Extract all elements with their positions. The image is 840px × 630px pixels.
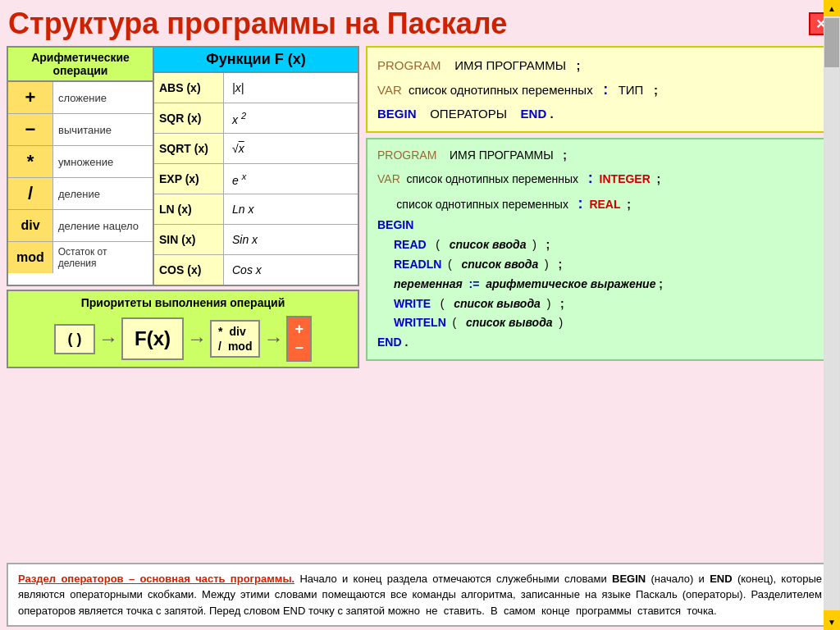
arith-header: Арифметические операции [8,48,153,82]
code-read-list: список ввода [450,238,527,251]
code-expr: арифметическое выражение [486,277,655,290]
code-line-program1: PROGRAM ИМЯ ПРОГРАММЫ ; [377,54,822,76]
semicolon8: ; [659,277,663,290]
scroll-thumb[interactable] [824,18,839,67]
kw-real: REAL [587,198,621,211]
semicolon3: ; [563,148,567,162]
bottom-text-highlight: Раздел операторов – основная часть прогр… [18,573,294,585]
code-var2: список однотипных переменных [404,172,585,185]
func-header: Функции F (x) [154,48,358,73]
code-readln-close: ) [541,258,555,271]
arith-label-sub: вычитание [53,122,116,138]
dot1: . [550,107,553,121]
scroll-up-button[interactable]: ▲ [824,0,840,16]
code-line-begin1: BEGIN ОПЕРАТОРЫ END . [377,103,822,125]
func-math-ln: Ln x [224,199,262,219]
code-writeln-list: список вывода [466,316,553,329]
code-write-args: ( [434,297,450,310]
arith-row-add: + сложение [8,82,153,114]
func-row-sqrt: SQRT (x) √x [154,134,358,164]
kw-var1: VAR [377,83,402,97]
semicolon2: ; [654,83,658,97]
func-name-cos: COS (x) [154,255,224,285]
code-progname1: ИМЯ ПРОГРАММЫ [445,58,573,72]
code-varname: переменная [394,277,463,290]
scroll-down-button[interactable]: ▼ [824,614,840,630]
code-var1: список однотипных переменных [405,83,600,97]
arith-row-divint: div деление нацело [8,210,153,242]
priority-slash: / [218,340,221,353]
arith-row-div: / деление [8,178,153,210]
left-panel: Арифметические операции + сложение − выч… [7,46,359,559]
kw-writeln: WRITELN [394,316,446,329]
kw-program1: PROGRAM [377,58,441,72]
priority-minus: − [294,340,304,357]
code-writeln-close: ) [556,316,564,329]
priority-section: Приоритеты выполнения операций ( ) → F(x… [7,290,359,368]
code-type1: ТИП [611,83,650,97]
bottom-text-section: Раздел операторов – основная часть прогр… [7,563,833,628]
arith-label-add: сложение [53,90,112,106]
kw-read: READ [394,238,427,251]
priority-plus: + [294,321,304,338]
priority-header: Приоритеты выполнения операций [13,296,353,309]
func-math-exp: e x [224,168,254,190]
main-container: Структура программы на Паскале ✕ Арифмет… [0,0,840,630]
code-line-write: WRITE ( список вывода ) ; [377,294,822,314]
colon3: : [578,195,583,212]
code-line-end2: END . [377,333,822,353]
code-line-var2: VAR список однотипных переменных : INTEG… [377,166,822,191]
priority-div: div [229,325,245,338]
code-indent: список однотипных переменных [377,198,575,211]
func-row-cos: COS (x) Cos x [154,255,358,285]
func-math-sqr: x 2 [224,107,254,130]
arith-symbol-add: + [8,82,53,113]
func-row-sin: SIN (x) Sin x [154,225,358,255]
priority-parens: ( ) [54,324,95,354]
code-line-begin2: BEGIN [377,216,822,235]
arith-functions-section: Арифметические операции + сложение − выч… [7,46,359,286]
arith-symbol-div: / [8,178,53,209]
code-line-writeln: WRITELN ( список вывода ) [377,313,822,333]
code-block-1: PROGRAM ИМЯ ПРОГРАММЫ ; VAR список однот… [366,46,833,133]
func-name-exp: EXP (x) [154,164,224,194]
content-area: Арифметические операции + сложение − выч… [0,46,840,563]
code-line-readln: READLN ( список ввода ) ; [377,255,822,275]
arith-row-mod: mod Остаток от деления [8,242,153,273]
kw-var2: VAR [377,172,400,185]
arith-symbol-divint: div [8,210,53,241]
func-math-sin: Sin x [224,230,266,249]
priority-mul-div: * div / mod [210,320,260,358]
kw-integer: INTEGER [596,172,651,185]
code-readln-args: ( [445,258,458,271]
arith-symbol-mod: mod [8,242,53,273]
semicolon1: ; [577,58,581,72]
code-line-program2: PROGRAM ИМЯ ПРОГРАММЫ ; [377,146,822,166]
code-line-var1: VAR список однотипных переменных : ТИП ; [377,76,822,103]
scrollbar: ▲ 4 ▼ [824,0,840,630]
func-list: ABS (x) |x| SQR (x) x 2 SQRT (x) √x [154,73,358,285]
arrow3: → [263,327,283,350]
arith-ops-list: + сложение − вычитание * умножение [8,82,153,273]
priority-slash-row: / mod [218,340,252,353]
assign-op: := [466,277,483,290]
priority-mul-row: * div [218,325,252,338]
code-line-assign: переменная := арифметическое выражение ; [377,275,822,294]
code-write-list: список вывода [454,297,541,310]
code-ops1: ОПЕРАТОРЫ [420,107,518,121]
colon1: : [603,81,608,98]
kw-end2: END [377,336,402,349]
arith-label-mul: умножение [53,154,118,170]
func-math-cos: Cos x [224,260,270,280]
kw-readln: READLN [394,258,441,271]
code-progname2: ИМЯ ПРОГРАММЫ [440,148,559,162]
arith-row-sub: − вычитание [8,114,153,146]
code-read-close: ) [529,238,542,251]
priority-mod: mod [228,340,253,353]
arith-symbol-mul: * [8,146,53,177]
func-row-ln: LN (x) Ln x [154,194,358,225]
page-title: Структура программы на Паскале [8,7,507,41]
func-name-sin: SIN (x) [154,225,224,254]
arith-label-mod: Остаток от деления [53,244,153,271]
kw-begin2: BEGIN [377,218,413,231]
